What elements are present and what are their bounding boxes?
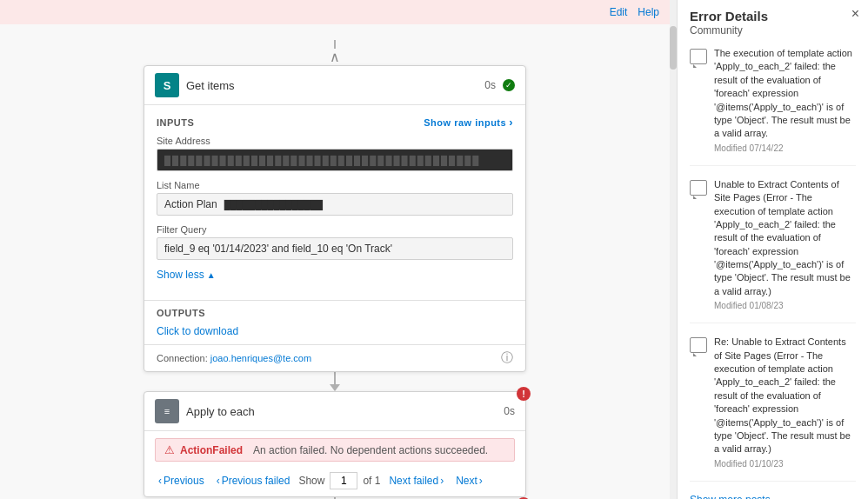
apply-to-each-card: ! ≡ Apply to each 0s ⚠ ActionFailed An a… [144, 391, 526, 497]
right-panel: Error Details Community × The execution … [677, 0, 868, 499]
filter-query-value: field_9 eq '01/14/2023' and field_10 eq … [157, 237, 513, 260]
help-link[interactable]: Help [638, 6, 659, 18]
success-status: ✓ [503, 79, 515, 91]
community-item-3[interactable]: Re: Unable to Extract Contents of Site P… [690, 336, 856, 482]
list-name-field: List Name Action Plan ████████████████ [157, 180, 513, 216]
connection-info: Connection: joao.henriques@te.com ⓘ [144, 344, 525, 371]
warning-icon: ⚠ [164, 443, 175, 456]
error-badge: ! [517, 387, 531, 401]
edit-link[interactable]: Edit [610, 6, 628, 18]
sharepoint-icon: S [155, 73, 179, 97]
apply-card-time: 0s [504, 405, 515, 417]
filter-query-label: Filter Query [157, 224, 513, 235]
chevron-up-icon: ▲ [207, 270, 216, 280]
community-text-3: Re: Unable to Extract Contents of Site P… [714, 336, 856, 456]
message-icon-2 [690, 180, 707, 196]
inputs-label: INPUTS Show raw inputs › [157, 116, 513, 129]
of-label: of 1 [363, 475, 380, 487]
top-bar: Edit Help [0, 0, 670, 24]
show-less-button[interactable]: Show less ▲ [157, 269, 513, 281]
get-items-card: S Get items 0s ✓ INPUTS Show raw inputs … [144, 65, 526, 372]
action-failed-desc-text: An action failed. No dependent actions s… [253, 444, 488, 456]
apply-card-header: ≡ Apply to each 0s [144, 392, 525, 431]
apply-card-title: Apply to each [186, 405, 497, 418]
close-panel-button[interactable]: × [851, 7, 859, 21]
community-text-1: The execution of template action 'Apply_… [714, 47, 856, 141]
chevron-right-icon-next-failed: › [440, 475, 444, 487]
error-details-title: Error Details [690, 9, 856, 23]
action-failed-label: ActionFailed [180, 444, 243, 456]
show-raw-button[interactable]: Show raw inputs › [424, 116, 513, 129]
page-input[interactable] [330, 472, 357, 489]
card-body: INPUTS Show raw inputs › Site Address Li… [144, 105, 525, 291]
community-item-1[interactable]: The execution of template action 'Apply_… [690, 47, 856, 166]
next-failed-button[interactable]: Next failed › [385, 473, 447, 489]
right-panel-header: Error Details Community × [678, 0, 868, 40]
connector-1 [330, 372, 340, 391]
list-name-label: List Name [157, 180, 513, 190]
canvas-scroll-thumb [670, 26, 677, 70]
action-failed-bar: ⚠ ActionFailed An action failed. No depe… [155, 438, 515, 462]
chevron-left-icon-prev: ‹ [158, 475, 162, 487]
connection-label: Connection: [157, 353, 208, 363]
card-time: 0s [484, 79, 496, 91]
site-address-field: Site Address [157, 136, 513, 171]
site-address-value [157, 149, 513, 171]
outputs-label: OUTPUTS [157, 308, 513, 318]
community-subtitle: Community [690, 24, 856, 37]
community-date-1: Modified 07/14/22 [714, 143, 856, 153]
community-item-2[interactable]: Unable to Extract Contents of Site Pages… [690, 178, 856, 324]
connection-email: joao.henriques@te.com [210, 353, 311, 363]
previous-button[interactable]: ‹ Previous [155, 473, 208, 489]
next-button[interactable]: Next › [452, 473, 486, 489]
filter-query-field: Filter Query field_9 eq '01/14/2023' and… [157, 224, 513, 260]
pagination-bar: ‹ Previous ‹ Previous failed Show of 1 N… [144, 469, 525, 496]
community-text-2: Unable to Extract Contents of Site Pages… [714, 178, 856, 299]
outputs-section: OUTPUTS Click to download [144, 300, 525, 344]
list-name-value: Action Plan ████████████████ [157, 193, 513, 216]
chevron-left-icon-prev-failed: ‹ [217, 475, 220, 487]
click-download-button[interactable]: Click to download [157, 325, 513, 337]
show-label: Show [298, 475, 324, 487]
card-header: S Get items 0s ✓ [144, 66, 525, 105]
apply-each-icon: ≡ [155, 399, 179, 423]
chevron-right-icon-next: › [479, 475, 483, 487]
message-icon-3 [690, 337, 707, 353]
message-icon-1 [690, 49, 707, 64]
card-title: Get items [186, 79, 477, 92]
site-address-label: Site Address [157, 136, 513, 146]
right-panel-content: The execution of template action 'Apply_… [678, 40, 868, 499]
info-icon[interactable]: ⓘ [501, 350, 513, 366]
community-date-2: Modified 01/08/23 [714, 301, 856, 310]
community-date-3: Modified 01/10/23 [714, 459, 856, 469]
canvas-scrollbar[interactable] [670, 0, 677, 499]
chevron-right-icon: › [509, 116, 513, 129]
previous-failed-button[interactable]: ‹ Previous failed [213, 473, 294, 489]
show-more-posts-button[interactable]: Show more posts [690, 494, 856, 499]
